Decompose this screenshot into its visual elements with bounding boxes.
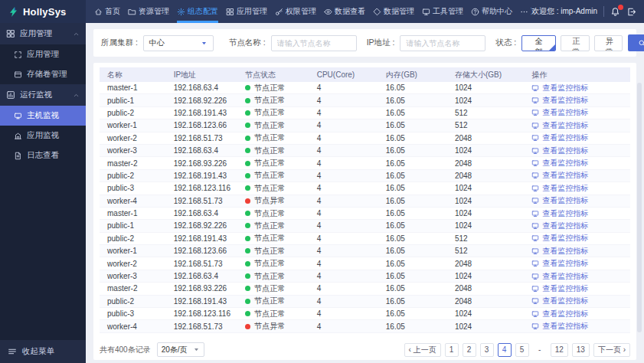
sidebar-group-header[interactable]: 应用管理 (0, 23, 86, 44)
table-row: public-2192.168.191.43节点正常416.052048查看监控… (100, 296, 630, 308)
page-button[interactable]: 2 (463, 343, 476, 357)
sidebar-group-header[interactable]: 运行监视 (0, 84, 86, 106)
view-metrics-link[interactable]: 查看监控指标 (531, 321, 588, 332)
view-metrics-link[interactable]: 查看监控指标 (531, 120, 588, 131)
sidebar-item[interactable]: 存储卷管理 (0, 64, 86, 84)
node-status: 节点正常 (237, 296, 309, 306)
cell: 2048 (447, 172, 524, 180)
status-dot (245, 324, 250, 329)
sidebar-item[interactable]: 应用管理 (0, 44, 86, 64)
nav-item[interactable]: 首页 (90, 0, 124, 23)
diamond-icon (373, 8, 381, 16)
nav-item[interactable]: 应用管理 (222, 0, 271, 23)
logout-button[interactable] (626, 7, 636, 17)
sidebar-item[interactable]: 应用监视 (0, 126, 86, 146)
nav-item[interactable]: 资源管理 (124, 0, 173, 23)
ip-input[interactable] (400, 35, 485, 51)
cell: public-1 (100, 96, 166, 105)
collapse-menu-label: 收起菜单 (22, 346, 54, 357)
cell: worker-1 (100, 247, 166, 255)
sidebar-item[interactable]: 日志查看 (0, 146, 86, 165)
status-label: 节点正常 (254, 95, 285, 106)
cell: 192.168.92.226 (166, 221, 238, 230)
cell: public-2 (100, 172, 166, 180)
column-header: 操作 (524, 70, 630, 80)
monitor-icon (531, 322, 539, 330)
view-metrics-link[interactable]: 查看监控指标 (531, 170, 588, 181)
status-filter-button[interactable]: 正常 (561, 35, 590, 51)
cell: 2048 (447, 134, 524, 142)
cluster-select[interactable]: 中心 (143, 35, 214, 51)
table-row: public-2192.168.191.43节点正常416.052048查看监控… (100, 170, 630, 182)
view-metrics-label: 查看监控指标 (542, 95, 588, 106)
cell: 192.168.63.4 (166, 272, 238, 280)
cell: 192.168.63.4 (166, 83, 238, 92)
view-metrics-link[interactable]: 查看监控指标 (531, 195, 588, 206)
cell: 192.168.123.116 (166, 309, 238, 318)
status-label: 节点正常 (254, 183, 285, 194)
nav-item[interactable]: 权限管理 (271, 0, 320, 23)
view-metrics-link[interactable]: 查看监控指标 (531, 132, 588, 143)
view-metrics-link[interactable]: 查看监控指标 (531, 107, 588, 118)
node-name-input[interactable] (271, 35, 357, 51)
view-metrics-link[interactable]: 查看监控指标 (531, 309, 588, 319)
search-button[interactable]: 查询 (628, 34, 644, 51)
view-metrics-link[interactable]: 查看监控指标 (531, 208, 588, 219)
status-label: 节点异常 (254, 321, 285, 332)
cell: master-1 (100, 209, 166, 217)
nav-item[interactable]: 帮助中心 (467, 0, 516, 23)
view-metrics-link[interactable]: 查看监控指标 (531, 271, 588, 282)
next-page-button[interactable]: 下一页 › (593, 343, 630, 357)
nav-item[interactable]: 组态配置 (173, 0, 222, 23)
status-filter-button[interactable]: 异常 (594, 35, 623, 51)
view-metrics-link[interactable]: 查看监控指标 (531, 246, 588, 257)
nav-item[interactable]: 更多 (516, 0, 531, 23)
view-metrics-link[interactable]: 查看监控指标 (531, 233, 588, 244)
collapse-menu-button[interactable]: 收起菜单 (0, 340, 86, 363)
status-filter-button[interactable]: 全部状态 (521, 35, 556, 51)
nav-item[interactable]: 工具管理 (418, 0, 467, 23)
status-filter-group: 全部状态正常异常 (521, 35, 623, 51)
page-button[interactable]: 12 (551, 343, 568, 357)
view-metrics-link[interactable]: 查看监控指标 (531, 146, 588, 156)
page-button[interactable]: 1 (445, 343, 459, 357)
notifications-button[interactable] (610, 7, 620, 17)
page-size-select[interactable]: 20条/页 (157, 342, 204, 357)
prev-page-button[interactable]: ‹ 上一页 (404, 343, 441, 357)
status-dot (245, 123, 250, 128)
sidebar-item-label: 日志查看 (27, 150, 59, 161)
sidebar-item[interactable]: 主机监视 (0, 106, 86, 126)
page-button[interactable]: 13 (572, 343, 590, 357)
table-row: master-1192.168.63.4节点正常416.051024查看监控指标 (100, 208, 630, 220)
nav-item-label: 首页 (105, 6, 120, 17)
status-label: 节点正常 (254, 158, 285, 168)
help-icon (471, 8, 479, 16)
page-button[interactable]: 3 (480, 343, 494, 357)
view-metrics-link[interactable]: 查看监控指标 (531, 83, 588, 93)
view-metrics-link[interactable]: 查看监控指标 (531, 221, 588, 231)
view-metrics-link[interactable]: 查看监控指标 (531, 95, 588, 106)
topbar: HollySys 首页资源管理组态配置应用管理权限管理数据查看数据管理工具管理帮… (0, 0, 644, 23)
cell: 2048 (447, 159, 524, 168)
cell: 192.168.93.226 (166, 284, 238, 293)
node-status: 节点正常 (237, 146, 309, 156)
column-header: 名称 (100, 70, 166, 80)
view-metrics-link[interactable]: 查看监控指标 (531, 258, 588, 269)
nav-item[interactable]: 数据管理 (369, 0, 418, 23)
nav-item[interactable]: 数据查看 (320, 0, 369, 23)
view-metrics-link[interactable]: 查看监控指标 (531, 183, 588, 194)
table-row: public-1192.168.92.226节点正常416.051024查看监控… (100, 94, 630, 106)
column-header: 存储大小(GB) (447, 70, 524, 80)
vertical-scrollbar[interactable] (637, 83, 642, 332)
sidebar-menu: 应用管理应用管理存储卷管理运行监视主机监视应用监视日志查看 (0, 23, 86, 165)
cell: 16.05 (378, 272, 447, 280)
cell: 16.05 (378, 134, 447, 142)
view-metrics-link[interactable]: 查看监控指标 (531, 158, 588, 168)
cell: 16.05 (378, 221, 447, 230)
cell: 4 (309, 197, 378, 205)
page-button[interactable]: 5 (515, 343, 529, 357)
view-metrics-link[interactable]: 查看监控指标 (531, 283, 588, 294)
page-button[interactable]: 4 (498, 343, 512, 357)
cell: 192.168.63.4 (166, 146, 238, 155)
view-metrics-link[interactable]: 查看监控指标 (531, 296, 588, 306)
